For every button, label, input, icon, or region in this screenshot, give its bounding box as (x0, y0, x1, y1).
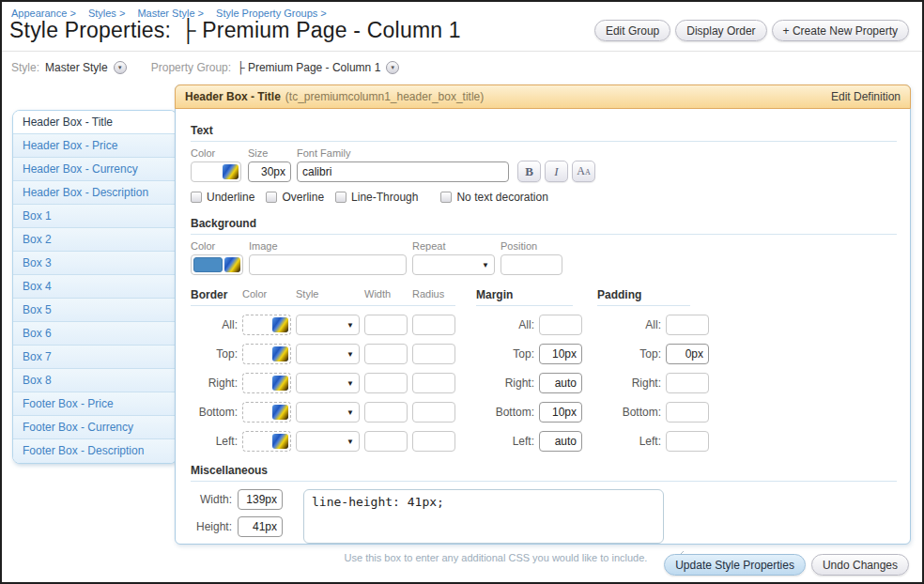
underline-label: Underline (207, 191, 254, 204)
border-right-color-picker[interactable] (242, 373, 291, 393)
padding-row-label: Left: (616, 435, 661, 448)
sidebar-item-header-box-price[interactable]: Header Box - Price (13, 134, 177, 158)
border-bottom-style-select[interactable]: ▼ (296, 402, 360, 423)
no-text-decoration-option[interactable]: No text decoration (440, 191, 547, 204)
sidebar-item-header-box-description[interactable]: Header Box - Description (13, 181, 177, 205)
text-transform-button[interactable]: Aa (572, 161, 595, 182)
chevron-down-icon: ▼ (346, 321, 354, 330)
border-top-style-select[interactable]: ▼ (296, 344, 360, 364)
no-text-decoration-checkbox[interactable] (440, 192, 452, 203)
font-family-input[interactable] (297, 161, 509, 182)
sidebar-item-box-5[interactable]: Box 5 (13, 299, 177, 322)
color-picker-icon[interactable] (272, 376, 288, 391)
overline-checkbox[interactable] (266, 192, 277, 203)
style-properties-screen: Appearance > Styles > Master Style > Sty… (0, 0, 924, 584)
update-style-properties-button[interactable]: Update Style Properties (664, 554, 806, 576)
edit-group-button[interactable]: Edit Group (594, 20, 670, 41)
border-top-radius-input[interactable] (412, 344, 455, 364)
margin-top-input[interactable] (539, 344, 582, 364)
padding-right-input[interactable] (666, 373, 709, 393)
border-bottom-width-input[interactable] (364, 402, 408, 423)
padding-bottom-input[interactable] (666, 402, 709, 423)
sidebar-item-box-7[interactable]: Box 7 (13, 346, 177, 369)
sidebar-item-box-2[interactable]: Box 2 (13, 228, 177, 252)
panel-header: Header Box - Title (tc_premiumcolumn1_he… (175, 85, 911, 109)
property-group-selector-value: ├ Premium Page - Column 1 (237, 61, 380, 74)
style-dropdown-chevron-down-icon[interactable]: ▼ (114, 61, 127, 74)
border-right-width-input[interactable] (364, 373, 408, 393)
border-all-color-picker[interactable] (242, 315, 291, 335)
color-picker-icon[interactable] (272, 346, 288, 361)
margin-bottom-input[interactable] (539, 402, 582, 423)
border-top-width-input[interactable] (364, 344, 408, 364)
property-list-sidebar: Header Box - Title Header Box - Price He… (12, 110, 177, 464)
border-all-radius-input[interactable] (412, 315, 455, 335)
overline-option[interactable]: Overline (266, 191, 324, 204)
border-left-radius-input[interactable] (412, 431, 455, 452)
border-bottom-color-picker[interactable] (242, 402, 291, 423)
background-color-label: Color (191, 240, 243, 252)
sidebar-item-box-4[interactable]: Box 4 (13, 275, 177, 299)
border-heading: Border (191, 288, 238, 301)
property-editor-panel: Header Box - Title (tc_premiumcolumn1_he… (175, 85, 911, 545)
text-color-picker[interactable] (191, 161, 241, 182)
padding-left-input[interactable] (666, 431, 709, 452)
sidebar-item-header-box-currency[interactable]: Header Box - Currency (13, 158, 177, 181)
additional-css-textarea[interactable]: line-height: 41px; (303, 489, 664, 544)
margin-row-label: Bottom: (485, 406, 534, 419)
padding-all-input[interactable] (666, 315, 709, 335)
sidebar-item-box-8[interactable]: Box 8 (13, 369, 177, 392)
background-image-input[interactable] (249, 254, 407, 275)
margin-left-input[interactable] (539, 431, 582, 452)
line-through-option[interactable]: Line-Through (335, 191, 418, 204)
text-size-input[interactable] (248, 161, 291, 182)
sidebar-item-header-box-title[interactable]: Header Box - Title (13, 111, 177, 134)
border-all-width-input[interactable] (364, 315, 408, 335)
color-picker-icon[interactable] (272, 434, 288, 449)
property-group-dropdown-chevron-down-icon[interactable]: ▼ (386, 61, 399, 74)
text-size-label: Size (248, 147, 291, 159)
background-repeat-label: Repeat (412, 240, 495, 252)
border-top-color-picker[interactable] (242, 344, 291, 364)
border-right-radius-input[interactable] (412, 373, 455, 393)
border-left-width-input[interactable] (364, 431, 408, 452)
border-bottom-radius-input[interactable] (412, 402, 455, 423)
color-picker-icon[interactable] (224, 257, 240, 272)
color-picker-icon[interactable] (272, 317, 288, 332)
display-order-button[interactable]: Display Order (675, 20, 766, 41)
padding-top-input[interactable] (666, 344, 709, 364)
sidebar-item-footer-box-description[interactable]: Footer Box - Description (13, 439, 177, 463)
page-title: Style Properties:├ Premium Page - Column… (9, 18, 461, 43)
color-picker-icon[interactable] (272, 405, 288, 420)
box-model-row-bottom: Bottom: ▼ Bottom: Bottom: (191, 402, 897, 423)
border-left-color-picker[interactable] (242, 431, 291, 452)
sidebar-item-box-1[interactable]: Box 1 (13, 205, 177, 228)
border-row-label: Right: (191, 377, 238, 390)
margin-right-input[interactable] (539, 373, 582, 393)
underline-option[interactable]: Underline (191, 191, 254, 204)
background-position-input[interactable] (500, 254, 562, 275)
border-all-style-select[interactable]: ▼ (296, 315, 360, 335)
line-through-checkbox[interactable] (335, 192, 346, 203)
background-color-picker[interactable] (191, 254, 243, 275)
border-right-style-select[interactable]: ▼ (296, 373, 360, 393)
background-repeat-select[interactable]: ▼ (412, 254, 495, 275)
border-left-style-select[interactable]: ▼ (296, 431, 360, 452)
sidebar-item-box-6[interactable]: Box 6 (13, 322, 177, 346)
width-input[interactable] (238, 489, 283, 510)
underline-checkbox[interactable] (191, 192, 202, 203)
background-color-swatch[interactable] (193, 257, 223, 272)
background-section-heading: Background (191, 217, 897, 235)
create-new-property-button[interactable]: + Create New Property (772, 20, 909, 41)
style-selector-value: Master Style (45, 61, 108, 74)
sidebar-item-footer-box-price[interactable]: Footer Box - Price (13, 392, 177, 416)
undo-changes-button[interactable]: Undo Changes (811, 554, 909, 576)
bold-button[interactable]: B (517, 161, 541, 182)
sidebar-item-footer-box-currency[interactable]: Footer Box - Currency (13, 416, 177, 439)
color-picker-icon[interactable] (223, 164, 239, 179)
edit-definition-link[interactable]: Edit Definition (831, 90, 901, 103)
margin-all-input[interactable] (539, 315, 582, 335)
height-input[interactable] (238, 516, 283, 537)
sidebar-item-box-3[interactable]: Box 3 (13, 252, 177, 275)
italic-button[interactable]: I (545, 161, 568, 182)
